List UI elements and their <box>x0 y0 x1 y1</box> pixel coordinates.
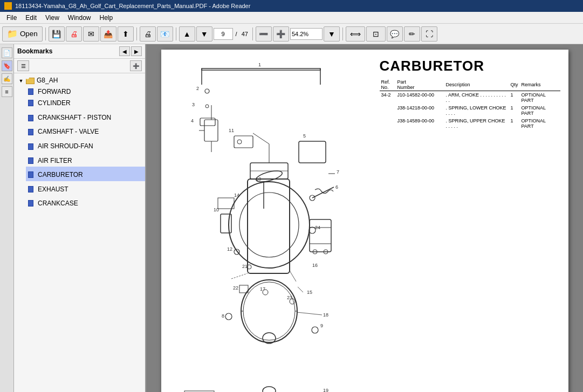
tree-root-item[interactable]: ▼ G8_AH <box>14 75 145 86</box>
sidebar-item-exhaust-label: EXHAUST <box>38 185 68 194</box>
expand-icon: ▼ <box>17 77 25 85</box>
side-icon-panel: 📄 🔖 ✍ ≡ <box>0 44 14 392</box>
parts-section: CARBURETOR Ref. No. Part Number <box>380 58 560 130</box>
menu-edit[interactable]: Edit <box>21 13 41 23</box>
bookmark-icon <box>28 200 33 207</box>
bookmark-icon <box>28 100 33 106</box>
cell-remarks: OPTIONAL PART <box>519 117 560 130</box>
svg-text:22: 22 <box>233 285 238 291</box>
sidebar-item-crankshaft[interactable]: CRANKSHAFT - PISTON <box>26 109 145 124</box>
markup-button[interactable]: ✏ <box>404 26 420 42</box>
content-area: CARBURETOR Ref. No. Part Number <box>146 44 583 392</box>
svg-text:11: 11 <box>229 128 234 133</box>
sidebar-item-carburetor[interactable]: CARBURETOR <box>26 167 145 181</box>
layers-icon[interactable]: ≡ <box>2 86 12 97</box>
sidebar-item-exhaust[interactable]: EXHAUST <box>26 181 145 196</box>
signatures-icon[interactable]: ✍ <box>2 73 12 84</box>
svg-text:12: 12 <box>227 246 232 252</box>
zoom-out-button[interactable]: ➖ <box>256 26 272 42</box>
sidebar-item-carburetor-label: CARBURETOR <box>38 171 83 180</box>
fullscreen-button[interactable]: ⛶ <box>421 26 437 42</box>
print-button-red[interactable]: 🖨 <box>66 26 82 42</box>
sidebar-item-forward[interactable]: FORWARD <box>26 86 145 98</box>
cell-partnum: J10-14582-00-00 <box>395 91 444 105</box>
cell-qty: 1 <box>509 91 519 105</box>
zoom-in-button[interactable]: ➕ <box>273 26 289 42</box>
cell-refno: 34-2 <box>380 91 396 105</box>
zoom-dropdown[interactable]: ▼ <box>324 26 340 42</box>
page-total: 47 <box>240 31 250 37</box>
svg-text:15: 15 <box>307 290 312 295</box>
sidebar-item-crankcase[interactable]: CRANKCASE <box>26 195 145 210</box>
main-layout: 📄 🔖 ✍ ≡ Bookmarks ◀ ▶ ☰ ➕ ▼ G8_AH <box>0 44 583 392</box>
save-button[interactable]: 💾 <box>49 26 65 42</box>
svg-text:9: 9 <box>320 323 323 328</box>
sidebar-item-airshroud[interactable]: AIR SHROUD-FAN <box>26 138 145 153</box>
separator-1 <box>45 27 46 40</box>
menu-help[interactable]: Help <box>95 13 118 23</box>
svg-text:7: 7 <box>337 169 339 175</box>
bookmark-icon <box>28 129 33 135</box>
svg-text:1: 1 <box>258 62 261 67</box>
page-number-input[interactable]: 9 <box>214 28 233 40</box>
svg-text:14: 14 <box>234 192 239 198</box>
menu-window[interactable]: Window <box>64 13 95 23</box>
upload-button[interactable]: ⬆ <box>118 26 134 42</box>
cell-refno <box>380 117 396 130</box>
comment-button[interactable]: 💬 <box>387 26 403 42</box>
cell-desc: . ARM, CHOKE . . . . . . . . . . . . <box>444 91 509 105</box>
separator-3 <box>176 27 176 40</box>
tree-root-label: G8_AH <box>37 77 58 85</box>
open-label: Open <box>20 30 38 38</box>
svg-text:19: 19 <box>323 388 328 392</box>
menu-file[interactable]: File <box>2 13 21 23</box>
svg-text:18: 18 <box>323 312 328 318</box>
cell-qty: 1 <box>509 117 519 130</box>
tree-children: FORWARD CYLINDER CRANKSHAFT - PISTON CAM… <box>14 86 145 210</box>
table-row: J38-14589-00-00 . SPRING, UPPER CHOKE . … <box>380 117 560 130</box>
page-thumbnails-icon[interactable]: 📄 <box>2 47 12 58</box>
bookmarks-title: Bookmarks <box>17 47 52 55</box>
open-button[interactable]: 📁 Open <box>2 26 43 42</box>
prev-page-button[interactable]: ▲ <box>179 26 195 42</box>
svg-text:10: 10 <box>214 207 219 212</box>
table-row: 34-2 J10-14582-00-00 . ARM, CHOKE . . . … <box>380 91 560 105</box>
export-button[interactable]: 📤 <box>100 26 116 42</box>
cell-qty: 1 <box>509 104 519 117</box>
parts-table: Ref. No. Part Number Description Qty Rem… <box>380 79 560 130</box>
header-description: Description <box>444 79 509 91</box>
svg-text:3: 3 <box>192 102 195 107</box>
header-buttons: ◀ ▶ <box>119 46 142 56</box>
svg-text:2: 2 <box>196 86 199 91</box>
add-bookmark-button[interactable]: ➕ <box>130 60 142 71</box>
cell-remarks: OPTIONAL PART <box>519 91 560 105</box>
sidebar-item-cylinder[interactable]: CYLINDER <box>26 98 145 109</box>
bookmark-icon <box>28 186 33 192</box>
svg-text:17: 17 <box>260 286 265 292</box>
print-button[interactable]: 🖨 <box>140 26 156 42</box>
fit-width-button[interactable]: ⟺ <box>346 26 365 42</box>
title-bar: 18113434-Yamaha_G8_Ah_Golf_Cart_Replacem… <box>0 0 583 12</box>
separator-2 <box>136 27 137 40</box>
header-qty: Qty <box>509 79 519 91</box>
svg-text:21: 21 <box>242 264 248 269</box>
sidebar-item-camshaft[interactable]: CAMSHAFT - VALVE <box>26 123 145 138</box>
bookmarks-icon[interactable]: 🔖 <box>2 60 12 71</box>
svg-text:8: 8 <box>222 313 224 319</box>
header-partnum: Part Number <box>395 79 444 91</box>
table-row: J38-14218-00-00 . SPRING, LOWER CHOKE . … <box>380 104 560 117</box>
svg-text:5: 5 <box>303 133 306 139</box>
sidebar-item-airfilter[interactable]: AIR FILTER <box>26 153 145 167</box>
menu-view[interactable]: View <box>41 13 64 23</box>
zoom-input[interactable]: 54.2% <box>290 28 323 40</box>
mail-button[interactable]: 📧 <box>157 26 173 42</box>
expand-panel-button[interactable]: ▶ <box>131 46 142 56</box>
collapse-panel-button[interactable]: ◀ <box>119 46 130 56</box>
pdf-page: CARBURETOR Ref. No. Part Number <box>161 50 568 392</box>
email-button[interactable]: ✉ <box>83 26 99 42</box>
bookmark-icon <box>28 157 33 164</box>
bookmark-options-button[interactable]: ☰ <box>17 60 29 71</box>
sidebar-item-airshroud-label: AIR SHROUD-FAN <box>38 142 93 151</box>
fit-page-button[interactable]: ⊡ <box>366 26 386 42</box>
next-page-button[interactable]: ▼ <box>196 26 212 42</box>
